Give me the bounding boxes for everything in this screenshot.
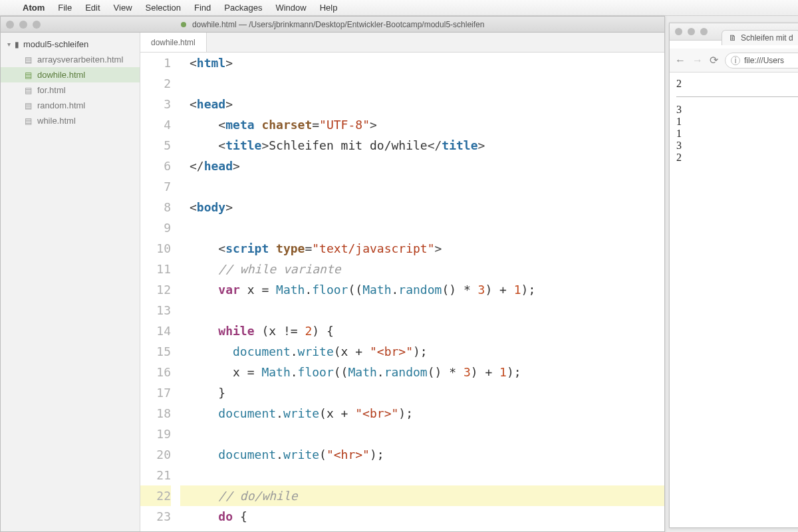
file-item[interactable]: ▤arraysverarbeiten.html <box>1 52 140 67</box>
menu-selection[interactable]: Selection <box>146 3 181 13</box>
line-number: 18 <box>140 403 171 424</box>
file-item[interactable]: ▤while.html <box>1 113 140 128</box>
menu-find[interactable]: Find <box>194 3 211 13</box>
line-number: 1 <box>140 53 171 73</box>
output-line: 1 <box>676 128 798 140</box>
code-line[interactable]: document.write(x + "<br>"); <box>180 403 664 424</box>
caret-down-icon: ▾ <box>7 41 11 48</box>
browser-window: 🗎 Schleifen mit d ← → ⟳ i file:///Users … <box>669 23 798 528</box>
output-line: 1 <box>676 116 798 128</box>
tab-label: dowhile.html <box>151 38 196 47</box>
output-line: 3 <box>676 140 798 152</box>
line-number: 17 <box>140 382 171 403</box>
menu-file[interactable]: File <box>58 3 72 13</box>
window-title: dowhile.html — /Users/jbrinkmann/Desktop… <box>1 20 664 29</box>
code-line[interactable] <box>180 424 664 444</box>
browser-titlebar[interactable]: 🗎 Schleifen mit d <box>670 23 798 41</box>
code-line[interactable]: <script type="text/javascript"> <box>180 238 664 259</box>
file-name: random.html <box>37 100 85 110</box>
code-line[interactable]: do { <box>180 506 664 527</box>
code-line[interactable]: <title>Schleifen mit do/while</title> <box>180 135 664 156</box>
browser-tab[interactable]: 🗎 Schleifen mit d <box>722 30 798 45</box>
output-hr <box>676 96 798 97</box>
line-number: 12 <box>140 279 171 300</box>
line-number: 7 <box>140 176 171 197</box>
tab-bar[interactable]: dowhile.html <box>140 33 664 53</box>
code-line[interactable]: while (x != 2) { <box>180 321 664 341</box>
root-folder-label: modul5-schleifen <box>23 39 88 49</box>
line-number: 13 <box>140 300 171 321</box>
browser-close-icon[interactable] <box>675 28 682 35</box>
code-line[interactable] <box>180 73 664 94</box>
code-editor[interactable]: 1234567891011121314151617181920212223 <h… <box>140 53 664 531</box>
menu-window[interactable]: Window <box>275 3 306 13</box>
tab-dowhile[interactable]: dowhile.html <box>140 33 207 52</box>
code-line[interactable]: document.write("<hr>"); <box>180 444 664 465</box>
modified-dot-icon <box>181 22 186 27</box>
back-icon[interactable]: ← <box>675 55 686 66</box>
code-line[interactable]: // while variante <box>180 259 664 279</box>
output-line: 3 <box>676 104 798 116</box>
browser-viewport[interactable]: 2 31132 <box>670 72 798 527</box>
code-line[interactable]: document.write(x + "<br>"); <box>180 341 664 362</box>
tree-root[interactable]: ▾ ▮ modul5-schleifen <box>1 37 140 52</box>
atom-window: dowhile.html — /Users/jbrinkmann/Desktop… <box>0 16 665 532</box>
output-line: 2 <box>676 152 798 164</box>
file-icon: ▤ <box>25 86 32 95</box>
page-icon: 🗎 <box>729 33 737 43</box>
line-number-gutter: 1234567891011121314151617181920212223 <box>140 53 180 531</box>
line-number: 14 <box>140 321 171 341</box>
menu-help[interactable]: Help <box>320 3 338 13</box>
code-line[interactable] <box>180 300 664 321</box>
browser-tab-title: Schleifen mit d <box>741 33 793 43</box>
file-icon: ▤ <box>25 70 32 80</box>
code-line[interactable]: <head> <box>180 94 664 114</box>
code-line[interactable]: var x = Math.floor((Math.random() * 3) +… <box>180 279 664 300</box>
code-line[interactable]: <body> <box>180 197 664 217</box>
file-item[interactable]: ▤dowhile.html <box>1 67 140 82</box>
code-line[interactable]: x = Math.floor((Math.random() * 3) + 1); <box>180 362 664 382</box>
code-line[interactable] <box>180 176 664 197</box>
code-line[interactable] <box>180 217 664 238</box>
file-item[interactable]: ▤for.html <box>1 82 140 98</box>
output-line: 2 <box>676 78 798 90</box>
file-item[interactable]: ▤random.html <box>1 98 140 113</box>
editor-area: dowhile.html 123456789101112131415161718… <box>140 33 664 531</box>
line-number: 19 <box>140 424 171 444</box>
code-content[interactable]: <html><head> <meta charset="UTF-8"> <tit… <box>180 53 664 531</box>
menu-edit[interactable]: Edit <box>85 3 100 13</box>
file-name: dowhile.html <box>37 70 85 80</box>
reload-icon[interactable]: ⟳ <box>710 54 718 66</box>
forward-icon[interactable]: → <box>692 55 703 66</box>
address-bar[interactable]: i file:///Users <box>725 53 798 68</box>
line-number: 22 <box>140 485 171 506</box>
folder-icon: ▮ <box>15 40 19 49</box>
line-number: 16 <box>140 362 171 382</box>
line-number: 3 <box>140 94 171 114</box>
line-number: 5 <box>140 135 171 156</box>
code-line[interactable]: <meta charset="UTF-8"> <box>180 114 664 135</box>
line-number: 8 <box>140 197 171 217</box>
url-text: file:///Users <box>744 56 784 65</box>
line-number: 21 <box>140 465 171 485</box>
menu-view[interactable]: View <box>114 3 132 13</box>
app-name[interactable]: Atom <box>23 3 45 13</box>
file-tree[interactable]: ▾ ▮ modul5-schleifen ▤arraysverarbeiten.… <box>1 33 140 531</box>
line-number: 6 <box>140 156 171 176</box>
code-line[interactable]: <html> <box>180 53 664 73</box>
menu-packages[interactable]: Packages <box>224 3 262 13</box>
code-line[interactable]: // do/while <box>180 485 664 506</box>
line-number: 9 <box>140 217 171 238</box>
line-number: 4 <box>140 114 171 135</box>
atom-titlebar[interactable]: dowhile.html — /Users/jbrinkmann/Desktop… <box>1 17 664 33</box>
code-line[interactable]: } <box>180 382 664 403</box>
info-icon[interactable]: i <box>731 56 740 65</box>
file-icon: ▤ <box>25 116 32 126</box>
line-number: 20 <box>140 444 171 465</box>
file-icon: ▤ <box>25 101 32 110</box>
code-line[interactable] <box>180 465 664 485</box>
browser-zoom-icon[interactable] <box>700 28 708 35</box>
browser-minimize-icon[interactable] <box>688 28 695 35</box>
file-icon: ▤ <box>25 55 32 65</box>
code-line[interactable]: </head> <box>180 156 664 176</box>
